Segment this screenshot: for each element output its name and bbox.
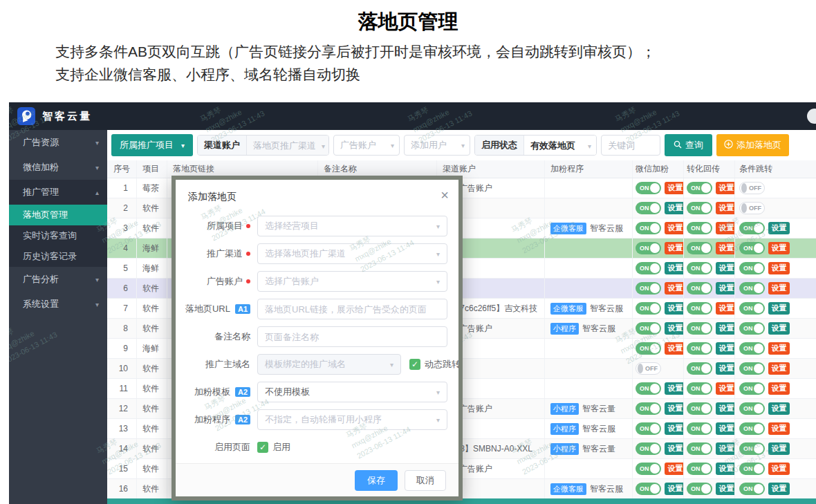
note-name-input[interactable] — [257, 326, 447, 347]
wechat-settings-button[interactable]: 设置 — [665, 463, 684, 475]
ad-account-select[interactable]: 选择广告账户▾ — [257, 271, 447, 292]
jump-settings-button[interactable]: 设置 — [768, 483, 790, 495]
conversion-settings-button[interactable]: 设置 — [716, 262, 735, 274]
close-icon[interactable]: × — [441, 188, 449, 202]
wechat-settings-button[interactable]: 设置 — [665, 202, 684, 214]
jump-toggle[interactable]: ON — [739, 222, 765, 234]
wechat-settings-button[interactable]: 设置 — [665, 322, 684, 335]
jump-settings-button[interactable]: 设置 — [768, 422, 790, 435]
wechat-settings-button[interactable]: 设置 — [665, 262, 684, 274]
jump-toggle[interactable]: ON — [739, 402, 765, 415]
jump-settings-button[interactable]: 设置 — [768, 402, 790, 415]
project-select[interactable]: 选择经营项目▾ — [257, 216, 447, 236]
jump-toggle[interactable]: ON — [739, 442, 765, 455]
jump-settings-button[interactable]: 设置 — [768, 382, 790, 395]
jump-settings-button[interactable]: 设置 — [768, 262, 790, 274]
main-domain-select[interactable]: 模板绑定的推广域名▾ — [257, 354, 401, 375]
wechat-settings-button[interactable]: 设置 — [665, 302, 684, 315]
wechat-toggle[interactable]: ON — [636, 222, 661, 234]
jump-toggle[interactable]: OFF — [739, 202, 765, 214]
conversion-settings-button[interactable]: 设置 — [716, 182, 735, 194]
sidebar-item-ad-resources[interactable]: 广告资源▾ — [9, 130, 107, 155]
conversion-toggle[interactable]: ON — [687, 483, 712, 495]
jump-toggle[interactable]: ON — [739, 483, 765, 495]
wechat-toggle[interactable]: ON — [636, 322, 661, 335]
jump-settings-button[interactable]: 设置 — [768, 242, 790, 254]
conversion-settings-button[interactable]: 设置 — [716, 222, 735, 234]
conversion-toggle[interactable]: ON — [687, 322, 712, 335]
wechat-toggle[interactable]: ON — [636, 182, 661, 194]
wechat-toggle[interactable]: ON — [636, 242, 661, 254]
wechat-settings-button[interactable]: 设置 — [665, 242, 684, 254]
jump-toggle[interactable]: ON — [739, 262, 765, 274]
jump-toggle[interactable]: ON — [739, 382, 765, 395]
wechat-settings-button[interactable]: 设置 — [665, 222, 684, 234]
wechat-settings-button[interactable]: 设置 — [665, 382, 684, 395]
sidebar-item-history-visitor-records[interactable]: 历史访客记录 — [9, 246, 107, 267]
landing-url-input[interactable] — [257, 299, 447, 319]
conversion-toggle[interactable]: ON — [687, 282, 712, 295]
wechat-toggle[interactable]: ON — [636, 202, 661, 214]
search-button[interactable]: 查询 — [665, 134, 712, 156]
enable-page-checkbox[interactable]: ✓ — [257, 442, 268, 453]
conversion-toggle[interactable]: ON — [687, 442, 712, 455]
wechat-toggle[interactable]: ON — [636, 262, 661, 274]
conversion-settings-button[interactable]: 设置 — [716, 483, 735, 495]
conversion-toggle[interactable]: ON — [687, 242, 712, 254]
jump-settings-button[interactable]: 设置 — [768, 282, 790, 295]
jump-settings-button[interactable]: 设置 — [768, 442, 790, 455]
wechat-toggle[interactable]: OFF — [636, 362, 661, 375]
conversion-settings-button[interactable]: 设置 — [716, 402, 735, 415]
wechat-toggle[interactable]: ON — [636, 302, 661, 315]
wechat-toggle[interactable]: ON — [636, 282, 661, 295]
conversion-toggle[interactable]: ON — [687, 262, 712, 274]
project-filter-button[interactable]: 所属推广项目 ▾ — [111, 134, 193, 156]
main-domain-checkbox[interactable]: ✓ — [409, 359, 420, 370]
sidebar-item-promotion-management[interactable]: 推广管理▴ — [9, 180, 107, 205]
wechat-toggle[interactable]: ON — [636, 382, 661, 395]
conversion-settings-button[interactable]: 设置 — [716, 322, 735, 335]
wechat-toggle[interactable]: ON — [636, 483, 661, 495]
conversion-toggle[interactable]: ON — [687, 362, 712, 375]
conversion-settings-button[interactable]: 设置 — [716, 242, 735, 254]
wechat-settings-button[interactable]: 设置 — [665, 483, 684, 495]
sidebar-item-wechat-fans[interactable]: 微信加粉▾ — [9, 155, 107, 180]
jump-toggle[interactable]: ON — [739, 463, 765, 475]
cancel-button[interactable]: 取消 — [405, 470, 446, 491]
conversion-toggle[interactable]: ON — [687, 422, 712, 435]
jump-toggle[interactable]: ON — [739, 302, 765, 315]
conversion-settings-button[interactable]: 设置 — [716, 282, 735, 295]
jump-toggle[interactable]: ON — [739, 342, 765, 355]
sidebar-item-system-settings[interactable]: 系统设置▾ — [9, 292, 107, 317]
conversion-toggle[interactable]: ON — [687, 222, 712, 234]
jump-settings-button[interactable]: 设置 — [768, 342, 790, 355]
jump-toggle[interactable]: ON — [739, 422, 765, 435]
conversion-toggle[interactable]: ON — [687, 202, 712, 214]
wechat-toggle[interactable]: ON — [636, 422, 661, 435]
jump-toggle[interactable]: ON — [739, 242, 765, 254]
status-select[interactable]: 有效落地页 ▾ — [524, 136, 596, 156]
fans-template-select[interactable]: 不使用模板▾ — [257, 382, 447, 402]
wechat-settings-button[interactable]: 设置 — [665, 422, 684, 435]
conversion-toggle[interactable]: ON — [687, 463, 712, 475]
add-landing-page-button[interactable]: 添加落地页 — [716, 134, 789, 156]
conversion-settings-button[interactable]: 设置 — [716, 463, 735, 475]
ad-account-select[interactable]: 广告账户 ▾ — [333, 135, 400, 156]
conversion-settings-button[interactable]: 设置 — [716, 442, 735, 455]
conversion-settings-button[interactable]: 设置 — [716, 362, 735, 375]
conversion-settings-button[interactable]: 设置 — [716, 202, 735, 214]
wechat-toggle[interactable]: ON — [636, 402, 661, 415]
channel-select[interactable]: 落地页推广渠道 ▾ — [247, 136, 328, 156]
jump-toggle[interactable]: OFF — [739, 182, 765, 194]
add-user-select[interactable]: 添加用户 ▾ — [404, 135, 470, 156]
user-avatar[interactable] — [807, 109, 816, 124]
wechat-settings-button[interactable]: 设置 — [665, 402, 684, 415]
conversion-toggle[interactable]: ON — [687, 302, 712, 315]
conversion-settings-button[interactable]: 设置 — [716, 422, 735, 435]
conversion-toggle[interactable]: ON — [687, 382, 712, 395]
wechat-toggle[interactable]: ON — [636, 463, 661, 475]
jump-toggle[interactable]: ON — [739, 282, 765, 295]
wechat-settings-button[interactable]: 设置 — [665, 442, 684, 455]
conversion-toggle[interactable]: ON — [687, 342, 712, 355]
jump-toggle[interactable]: ON — [739, 362, 765, 375]
